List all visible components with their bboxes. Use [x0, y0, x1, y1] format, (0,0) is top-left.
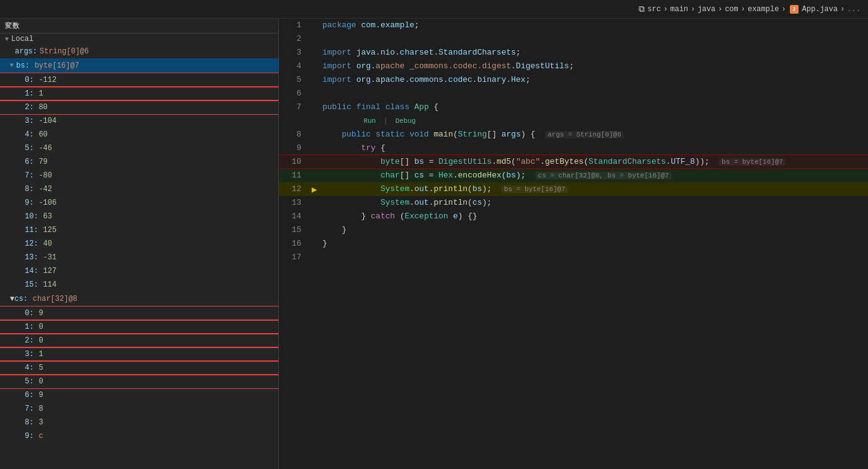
line-num-2: 2: [279, 32, 309, 46]
debug-arrow-13: [309, 196, 320, 210]
line-num-17: 17: [279, 251, 309, 264]
bs-item-9: 9: -106: [0, 196, 278, 210]
bs-item-7: 7: -80: [0, 169, 278, 182]
bs-item-4: 4: 60: [0, 128, 278, 141]
breadcrumb-src[interactable]: src: [647, 5, 661, 14]
line-num-13: 13: [279, 196, 309, 210]
local-section[interactable]: ▼ Local: [0, 34, 278, 45]
line-num-16: 16: [279, 237, 309, 251]
code-line-13: 13 System.out.println(cs);: [279, 196, 868, 210]
run-link[interactable]: Run: [361, 117, 378, 125]
breadcrumb-main[interactable]: main: [670, 5, 688, 14]
breadcrumb-com[interactable]: com: [725, 5, 738, 14]
debug-arrow-12: ▶: [309, 182, 320, 196]
code-line-4: 4 import org.apache _commons.codec.diges…: [279, 60, 868, 73]
code-content-3: import java.nio.charset.StandardCharsets…: [320, 46, 868, 60]
code-line-15: 15 }: [279, 223, 868, 237]
debug-arrow-6: [309, 87, 320, 100]
code-content-6: [320, 87, 868, 100]
line-num-3: 3: [279, 46, 309, 60]
args-var-value: String[0]@6: [40, 45, 89, 58]
code-line-9: 9 try {: [279, 141, 868, 155]
cs-group[interactable]: ▼ cs: char[32]@8: [0, 292, 278, 306]
debug-link[interactable]: Debug: [393, 117, 418, 125]
line-num-12: 12: [279, 182, 309, 196]
debug-arrow-15: [309, 223, 320, 237]
line-num-5: 5: [279, 73, 309, 87]
line-num-4: 4: [279, 60, 309, 73]
bs-group[interactable]: ▼ bs: byte[16]@7: [0, 58, 278, 73]
code-content-16: }: [320, 237, 868, 251]
code-line-2: 2: [279, 32, 868, 46]
bs-item-13: 13: -31: [0, 251, 278, 264]
debug-arrow-1: [309, 19, 320, 32]
code-line-6: 6: [279, 87, 868, 100]
bs-var-name: bs:: [16, 60, 30, 72]
debug-arrow-10: [309, 155, 320, 169]
line-num-14: 14: [279, 210, 309, 223]
line-num-9: 9: [279, 141, 309, 155]
code-line-16: 16 }: [279, 237, 868, 251]
bs-item-5: 5: -46: [0, 141, 278, 155]
local-label: Local: [11, 35, 33, 43]
copy-icon[interactable]: ⧉: [639, 4, 645, 14]
breadcrumb-file[interactable]: App.java: [802, 5, 838, 14]
code-content-14: } catch (Exception e) {}: [320, 210, 868, 223]
cs-item-5: 5: 0: [0, 375, 278, 388]
args-var-item: args: String[0]@6: [0, 45, 278, 58]
vars-panel: 変数 ▼ Local args: String[0]@6 ▼ bs: byte[…: [0, 19, 279, 469]
code-line-1: 1 package com.example;: [279, 19, 868, 32]
local-chevron: ▼: [5, 36, 9, 43]
bs-var-value: byte[16]@7: [35, 60, 79, 72]
code-content-1: package com.example;: [320, 19, 868, 32]
code-line-8: 8 public static void main(String[] args)…: [279, 128, 868, 141]
editor-area: 1 package com.example; 2 3 import java.n…: [279, 19, 868, 469]
bs-chevron: ▼: [10, 60, 14, 72]
code-content-17: [320, 251, 868, 264]
file-icon: J: [790, 5, 799, 14]
breadcrumb-ellipsis: ...: [847, 5, 861, 14]
cs-var-value: char[32]@8: [33, 293, 78, 305]
bs-item-15: 15: 114: [0, 278, 278, 292]
code-line-3: 3 import java.nio.charset.StandardCharse…: [279, 46, 868, 60]
breadcrumb-bar: ⧉ src › main › java › com › example › J …: [0, 0, 868, 19]
cs-item-1: 1: 0: [0, 320, 278, 334]
line-num-7: 7: [279, 100, 309, 128]
breadcrumb-example[interactable]: example: [748, 5, 779, 14]
debug-arrow-3: [309, 46, 320, 60]
cs-item-8: 8: 3: [0, 416, 278, 429]
breadcrumb-java[interactable]: java: [698, 5, 715, 14]
code-content-11: char[] cs = Hex.encodeHex(bs); cs = char…: [320, 169, 868, 182]
debug-arrow-17: [309, 251, 320, 264]
code-content-4: import org.apache _commons.codec.digest.…: [320, 60, 868, 73]
line-num-6: 6: [279, 87, 309, 100]
bs-item-14: 14: 127: [0, 264, 278, 278]
bs-item-11: 11: 125: [0, 223, 278, 237]
line-num-1: 1: [279, 19, 309, 32]
cs-item-2: 2: 0: [0, 334, 278, 347]
cs-item-9: 9: c: [0, 429, 278, 443]
code-content-15: }: [320, 223, 868, 237]
vars-header: 変数: [0, 19, 278, 34]
code-content-5: import org.apache.commons.codec.binary.H…: [320, 73, 868, 87]
code-content-2: [320, 32, 868, 46]
bs-item-3: 3: -104: [0, 114, 278, 128]
main-area: 変数 ▼ Local args: String[0]@6 ▼ bs: byte[…: [0, 19, 868, 469]
debug-arrow-2: [309, 32, 320, 46]
cs-item-7: 7: 8: [0, 402, 278, 416]
code-line-12: 12 ▶ System.out.println(bs); bs = byte[1…: [279, 182, 868, 196]
debug-arrow-4: [309, 60, 320, 73]
code-content-8: public static void main(String[] args) {…: [320, 128, 868, 141]
cs-item-3: 3: 1: [0, 347, 278, 361]
code-line-5: 5 import org.apache.commons.codec.binary…: [279, 73, 868, 87]
line-num-8: 8: [279, 128, 309, 141]
line-num-15: 15: [279, 223, 309, 237]
line-num-10: 10: [279, 155, 309, 169]
bs-item-1: 1: 1: [0, 87, 278, 100]
bs-item-6: 6: 79: [0, 155, 278, 169]
debug-arrow-14: [309, 210, 320, 223]
bs-item-10: 10: 63: [0, 210, 278, 223]
code-line-11: 11 char[] cs = Hex.encodeHex(bs); cs = c…: [279, 169, 868, 182]
cs-var-name: cs:: [14, 293, 28, 305]
debug-arrow-5: [309, 73, 320, 87]
